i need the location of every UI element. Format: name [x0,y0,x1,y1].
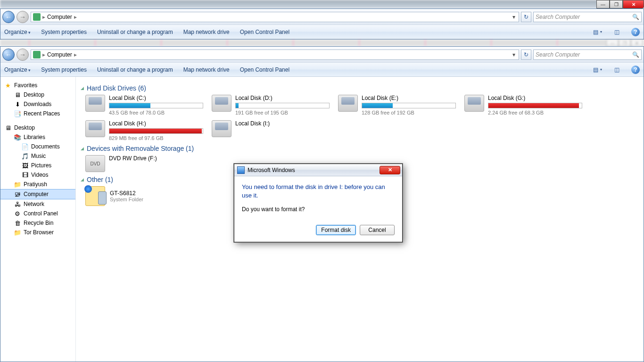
drive-name: DVD RW Drive (F:) [109,155,203,162]
sidebar-item-documents[interactable]: 📄Documents [0,142,75,151]
close-button[interactable] [623,0,644,8]
usage-bar [235,103,330,108]
hard-disk-icon [338,95,358,112]
desktop-icon: 🖥 [4,124,12,132]
maximize-button[interactable] [610,0,623,8]
back-button[interactable]: ← [2,49,15,61]
computer-icon [33,51,41,58]
open-control-panel-button[interactable]: Open Control Panel [240,29,289,35]
help-button[interactable]: ? [631,66,640,74]
map-network-drive-button[interactable]: Map network drive [183,29,230,35]
search-input[interactable]: Search Computer 🔍 [533,12,642,22]
sidebar-item-downloads[interactable]: ⬇Downloads [0,99,75,109]
drive-name: Local Disk (H:) [109,120,203,127]
view-options-button[interactable]: ▤▾ [591,66,602,74]
minimize-button[interactable] [596,0,610,8]
libraries-icon: 📚 [14,133,21,141]
phone-device-icon [85,186,105,206]
recent-icon: 📑 [14,110,21,117]
uninstall-program-button[interactable]: Uninstall or change a program [97,66,173,73]
desktop-icon: 🖥 [14,91,21,99]
documents-icon: 📄 [21,143,29,150]
sidebar-item-music[interactable]: 🎵Music [0,151,75,161]
hard-disk-icon [464,95,484,112]
view-options-button[interactable]: ▤▾ [591,28,602,36]
format-disk-button[interactable]: Format disk [316,225,356,235]
address-dropdown-icon[interactable]: ▾ [511,51,517,58]
drive-name: Local Disk (C:) [109,95,203,101]
uninstall-program-button[interactable]: Uninstall or change a program [97,29,173,35]
breadcrumb-computer[interactable]: Computer [47,51,72,58]
collapse-icon: ◢ [81,86,84,90]
sidebar-item-user-folder[interactable]: 📁Pratiyush [0,180,75,189]
chevron-right-icon: ▸ [42,51,45,58]
drive-item[interactable]: Local Disk (C:)43.5 GB free of 78.0 GB [85,95,203,115]
format-disk-dialog: Microsoft Windows ✕ You need to format t… [234,164,403,242]
windows-icon [237,166,245,174]
sidebar-item-tor-browser[interactable]: 📁Tor Browser [0,228,75,237]
sidebar-item-computer[interactable]: 🖳Computer [0,189,75,199]
forward-button[interactable]: → [17,11,29,23]
preview-pane-button[interactable]: ◫ [612,66,621,74]
back-button[interactable]: ← [2,11,15,23]
refresh-button[interactable]: ↻ [521,12,531,22]
system-properties-button[interactable]: System properties [41,66,87,73]
sidebar-item-recycle-bin[interactable]: 🗑Recycle Bin [0,218,75,228]
address-bar[interactable]: ▸ Computer ▸ ▾ [31,49,519,60]
refresh-button[interactable]: ↻ [521,49,531,60]
drive-item[interactable]: Local Disk (I:) [212,120,330,141]
drive-item[interactable]: Local Disk (G:)2.24 GB free of 68.3 GB [464,95,582,115]
organize-menu[interactable]: Organize [4,66,31,73]
drive-item[interactable]: Local Disk (E:)128 GB free of 192 GB [338,95,456,115]
open-control-panel-button[interactable]: Open Control Panel [240,66,289,73]
device-subtitle: System Folder [110,197,143,202]
dialog-close-button[interactable]: ✕ [380,166,400,174]
usage-bar [362,103,456,108]
command-bar: Organize System properties Uninstall or … [0,63,644,77]
address-dropdown-icon[interactable]: ▾ [511,14,517,20]
preview-pane-button[interactable]: ◫ [612,28,621,36]
drive-name: Local Disk (G:) [488,95,582,101]
organize-menu[interactable]: Organize [4,29,31,35]
address-bar[interactable]: ▸ Computer ▸ ▾ [31,12,519,22]
search-icon: 🔍 [632,14,639,20]
dialog-titlebar[interactable]: Microsoft Windows ✕ [234,164,402,176]
hard-disk-icon [212,95,231,112]
drive-free-text: 829 MB free of 97.6 GB [109,135,203,141]
network-icon: 🖧 [14,200,21,208]
drive-item[interactable]: Local Disk (D:)191 GB free of 195 GB [212,95,330,115]
sidebar-item-pictures[interactable]: 🖼Pictures [0,161,75,170]
hard-disk-icon [212,120,231,137]
drive-dvd[interactable]: DVD DVD RW Drive (F:) [85,155,203,172]
sidebar-item-videos[interactable]: 🎞Videos [0,170,75,180]
sidebar-item-desktop[interactable]: 🖥Desktop [0,90,75,99]
system-properties-button[interactable]: System properties [41,29,87,35]
favorites-group[interactable]: ★Favorites [0,81,75,90]
cancel-button[interactable]: Cancel [360,225,395,235]
forward-button[interactable]: → [17,49,29,61]
section-hard-disk-drives[interactable]: ◢Hard Disk Drives (6) [81,84,639,92]
search-icon: 🔍 [632,51,639,58]
collapse-icon: ◢ [81,177,84,182]
desktop-group[interactable]: 🖥Desktop [0,123,75,132]
search-input[interactable]: Search Computer 🔍 [533,49,642,60]
help-button[interactable]: ? [631,28,640,36]
usage-bar [109,128,203,134]
hard-disk-icon [85,95,105,112]
drive-free-text: 43.5 GB free of 78.0 GB [109,110,203,115]
dvd-drive-icon: DVD [85,155,105,172]
sidebar-item-recent-places[interactable]: 📑Recent Places [0,109,75,118]
folder-icon: 📁 [14,181,21,188]
drive-item[interactable]: Local Disk (H:)829 MB free of 97.6 GB [85,120,203,141]
background-tab-strip-ghost: — ❐ ✕ [0,40,644,46]
section-removable-storage[interactable]: ◢Devices with Removable Storage (1) [81,145,639,152]
sidebar-item-network[interactable]: 🖧Network [0,199,75,209]
computer-icon: 🖳 [14,190,21,198]
drive-free-text: 2.24 GB free of 68.3 GB [488,110,582,115]
search-placeholder: Search Computer [536,14,580,20]
sidebar-item-libraries[interactable]: 📚Libraries [0,132,75,142]
command-bar: Organize System properties Uninstall or … [0,25,644,39]
map-network-drive-button[interactable]: Map network drive [183,66,230,73]
breadcrumb-computer[interactable]: Computer [47,14,72,20]
sidebar-item-control-panel[interactable]: ⚙Control Panel [0,209,75,218]
